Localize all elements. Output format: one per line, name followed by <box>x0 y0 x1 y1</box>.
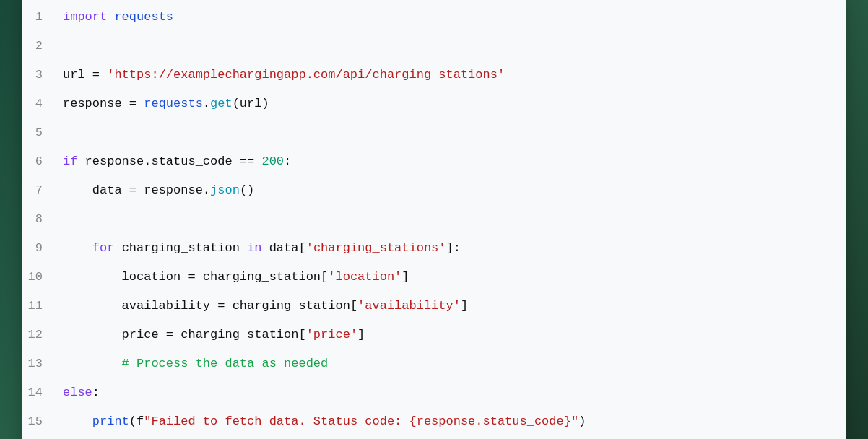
code-editor: 1import requests2 3url = 'https://exampl… <box>22 0 846 439</box>
token: () <box>240 183 254 197</box>
token: "Failed to fetch data. Status code: {res… <box>144 414 578 428</box>
line-content <box>57 33 70 59</box>
code-line: 6if response.status_code == 200: <box>22 147 846 176</box>
token: requests <box>144 97 203 110</box>
line-number: 15 <box>22 409 57 435</box>
token: 200 <box>261 155 284 168</box>
token: requests <box>114 10 173 24</box>
token: in <box>247 241 269 255</box>
token: 'price' <box>306 328 357 342</box>
line-number: 12 <box>22 322 57 348</box>
token: charging_station <box>122 241 247 255</box>
line-number: 7 <box>22 178 57 204</box>
code-line: 12 price = charging_station['price'] <box>22 321 846 349</box>
line-content: response = requests.get(url) <box>57 91 269 117</box>
code-line: 9 for charging_station in data['charging… <box>22 234 846 263</box>
token: if <box>63 155 85 168</box>
token: = <box>129 97 144 110</box>
code-block: 1import requests2 3url = 'https://exampl… <box>22 3 846 436</box>
token: = <box>92 68 107 82</box>
token: ] <box>402 270 409 284</box>
code-line: 2 <box>22 32 846 61</box>
token: charging_station[ <box>203 270 328 284</box>
code-line: 13 # Process the data as needed <box>22 349 846 378</box>
code-line: 10 location = charging_station['location… <box>22 263 846 292</box>
token: ) <box>578 414 586 428</box>
line-number: 6 <box>22 149 57 175</box>
token: for <box>92 241 122 255</box>
token: = <box>217 299 232 313</box>
token: : <box>284 155 291 168</box>
line-content: print(f"Failed to fetch data. Status cod… <box>57 409 586 435</box>
token: = <box>166 328 181 342</box>
token: location <box>63 270 188 284</box>
token: else <box>63 386 92 399</box>
line-content: availability = charging_station['availab… <box>57 293 468 319</box>
code-line: 1import requests <box>22 3 846 32</box>
line-content: # Process the data as needed <box>57 351 328 377</box>
line-content <box>57 207 70 232</box>
line-content: if response.status_code == 200: <box>57 149 291 175</box>
line-content: import requests <box>57 4 173 30</box>
code-line: 14else: <box>22 378 846 407</box>
line-number: 4 <box>22 91 57 117</box>
token: charging_station[ <box>181 328 305 342</box>
token: response. <box>144 183 210 197</box>
token: ] <box>461 299 468 313</box>
code-line: 15 print(f"Failed to fetch data. Status … <box>22 407 846 436</box>
line-number: 8 <box>22 207 57 232</box>
token: charging_station[ <box>233 299 357 313</box>
token: = <box>188 270 202 284</box>
token: : <box>92 386 100 399</box>
token: (url) <box>233 97 269 110</box>
token <box>63 241 92 255</box>
line-number: 13 <box>22 351 57 377</box>
token <box>63 414 92 428</box>
line-number: 2 <box>22 33 57 59</box>
line-content: price = charging_station['price'] <box>57 322 365 348</box>
token: data <box>63 183 129 197</box>
line-number: 3 <box>22 62 57 88</box>
token: 'availability' <box>357 299 461 313</box>
token: == <box>240 155 262 168</box>
code-line: 11 availability = charging_station['avai… <box>22 292 846 321</box>
token: . <box>203 97 210 110</box>
token: 'charging_stations' <box>306 241 446 255</box>
code-line: 4response = requests.get(url) <box>22 90 846 118</box>
line-content: for charging_station in data['charging_s… <box>57 235 461 261</box>
line-content: data = response.json() <box>57 178 254 204</box>
token: response <box>63 97 129 110</box>
code-line: 8 <box>22 205 846 234</box>
line-content: url = 'https://examplechargingapp.com/ap… <box>57 62 505 88</box>
token: 'location' <box>328 270 402 284</box>
line-number: 10 <box>22 264 57 290</box>
code-line: 3url = 'https://examplechargingapp.com/a… <box>22 61 846 90</box>
token: data[ <box>269 241 306 255</box>
code-line: 7 data = response.json() <box>22 176 846 205</box>
line-content: else: <box>57 380 100 406</box>
code-line: 5 <box>22 118 846 147</box>
token: = <box>129 183 144 197</box>
token: # Process the data as needed <box>63 357 328 370</box>
token: availability <box>63 299 217 313</box>
line-content: location = charging_station['location'] <box>57 264 409 290</box>
line-number: 5 <box>22 120 57 146</box>
token: print <box>92 414 129 428</box>
line-number: 11 <box>22 293 57 319</box>
token: json <box>210 183 240 197</box>
line-number: 9 <box>22 235 57 261</box>
token: ] <box>357 328 365 342</box>
token: ]: <box>446 241 461 255</box>
line-number: 1 <box>22 4 57 30</box>
line-number: 14 <box>22 380 57 406</box>
token: price <box>63 328 166 342</box>
line-content <box>57 120 70 146</box>
token: 'https://examplechargingapp.com/api/char… <box>107 68 505 82</box>
token: response.status_code <box>85 155 240 168</box>
token: get <box>210 97 233 110</box>
token: import <box>63 10 114 24</box>
token: (f <box>129 414 144 428</box>
token: url <box>63 68 92 82</box>
